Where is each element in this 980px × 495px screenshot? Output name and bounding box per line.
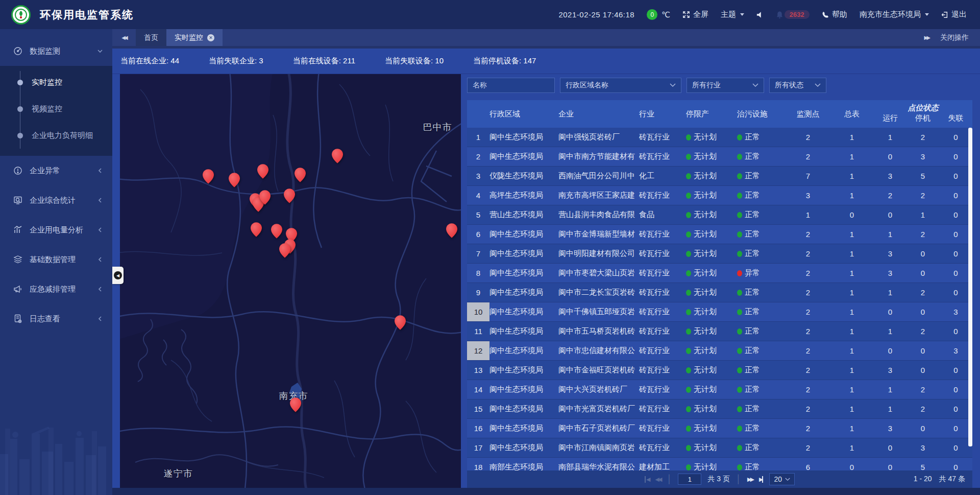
map-pin-16[interactable]	[395, 315, 406, 331]
table-row[interactable]: 1阆中生态环境局阆中强锐页岩砖厂砖瓦行业无计划正常21120	[467, 128, 972, 147]
table-row[interactable]: 3仪陇生态环境局西南油气田分公司川中化工无计划正常71350	[467, 167, 972, 186]
table-row[interactable]: 12阆中生态环境局阆中市忠信建材有限公砖瓦行业无计划正常21003	[467, 341, 972, 361]
tabs-scroll-right-button[interactable]: ▶▶	[924, 35, 929, 40]
table-row[interactable]: 18南部生态环境局南部县瑞华水泥有限公建材加工无计划正常60050	[467, 458, 972, 470]
cell-offline-count: 3	[939, 341, 972, 360]
fullscreen-button[interactable]: 全屏	[682, 10, 708, 19]
map-roads-layer	[120, 74, 461, 488]
cell-running-count: 0	[874, 302, 906, 321]
logout-button[interactable]: 退出	[941, 10, 967, 19]
map-pin-5[interactable]	[332, 149, 343, 164]
sidebar-item-5[interactable]: 基础数据管理	[0, 245, 112, 274]
table-row[interactable]: 5营山生态环境局营山县润丰肉食品有限食品无计划正常10010	[467, 205, 972, 225]
sidebar-item-1[interactable]: 数据监测	[0, 36, 112, 66]
cell-running-count: 0	[874, 458, 906, 470]
col-header-monitor-points[interactable]: 监测点	[786, 100, 830, 128]
status-dot-green	[737, 328, 742, 335]
col-header-running[interactable]: 运行	[874, 113, 906, 123]
table-row[interactable]: 14阆中生态环境局阆中大兴页岩机砖厂砖瓦行业无计划正常21120	[467, 380, 972, 399]
map-pin-4[interactable]	[295, 168, 306, 183]
table-scrollbar[interactable]	[968, 128, 972, 470]
map-pin-8[interactable]	[259, 190, 271, 205]
cell-stopped-count: 5	[906, 458, 939, 470]
table-row[interactable]: 11阆中生态环境局阆中市五马桥页岩机砖砖瓦行业无计划正常21120	[467, 322, 972, 341]
map-pin-10[interactable]	[251, 222, 262, 238]
table-row[interactable]: 16阆中生态环境局阆中市石子页岩机砖厂砖瓦行业无计划正常21300	[467, 419, 972, 438]
map-panel[interactable]: 巴中市南充市遂宁市	[120, 74, 461, 488]
table-row[interactable]: 8阆中生态环境局阆中市枣碧大梁山页岩砖瓦行业无计划异常21300	[467, 264, 972, 283]
table-row[interactable]: 4高坪生态环境局南充市高坪区王家店建砖瓦行业无计划正常31220	[467, 186, 972, 205]
sidebar-item-label: 企业用电量分析	[30, 225, 97, 235]
prev-page-button[interactable]: ◀◀	[655, 476, 661, 483]
sidebar-subitem[interactable]: 视频监控	[0, 96, 112, 122]
region-select[interactable]: 行政区域名称	[560, 78, 681, 93]
col-header-production-limit[interactable]: 停限产	[686, 100, 737, 128]
table-row[interactable]: 2阆中生态环境局阆中市南方节能建材有砖瓦行业无计划正常21030	[467, 147, 972, 167]
status-select[interactable]: 所有状态	[769, 78, 826, 93]
sidebar-item-7[interactable]: 日志查看	[0, 304, 112, 334]
table-row[interactable]: 10阆中生态环境局阆中千佛镇五郎垭页岩砖瓦行业无计划正常21003	[467, 302, 972, 322]
tab-home[interactable]: 首页	[136, 29, 166, 46]
log-icon	[13, 314, 22, 323]
help-button[interactable]: 帮助	[822, 10, 847, 19]
sidebar-subitem[interactable]: 实时监控	[0, 69, 112, 96]
map-pin-15[interactable]	[446, 223, 457, 239]
sound-toggle-button[interactable]	[756, 11, 764, 18]
stats-icon	[13, 196, 22, 205]
sidebar-item-3[interactable]: 企业综合统计	[0, 185, 112, 215]
industry-select[interactable]: 所有行业	[687, 78, 764, 93]
sidebar-collapse-button[interactable]: ◀	[112, 267, 124, 284]
cell-production-limit: 无计划	[686, 264, 737, 282]
col-header-offline[interactable]: 失联	[939, 113, 972, 123]
notifications-button[interactable]: 2632	[776, 10, 810, 19]
tabs-scroll-left-button[interactable]: ◀◀	[112, 29, 136, 46]
map-pin-14[interactable]	[279, 243, 290, 258]
sidebar-submenu: 实时监控视频监控企业电力负荷明细	[0, 66, 112, 156]
tab-realtime-monitor[interactable]: 实时监控 ✕	[166, 29, 223, 46]
cell-region: 阆中生态环境局	[489, 225, 558, 244]
table-row[interactable]: 9阆中生态环境局阆中市二龙长宝页岩砖砖瓦行业无计划正常21120	[467, 283, 972, 302]
map-pin-2[interactable]	[229, 173, 240, 188]
next-page-button[interactable]: ▶▶	[747, 476, 753, 483]
map-pin-9[interactable]	[284, 188, 295, 204]
map-pin-17[interactable]	[290, 397, 301, 413]
col-header-industry[interactable]: 行业	[639, 100, 686, 128]
table-row[interactable]: 17阆中生态环境局阆中市江南镇阆南页岩砖瓦行业无计划正常21030	[467, 438, 972, 458]
col-header-company[interactable]: 企业	[558, 100, 639, 128]
col-header-total-meter[interactable]: 总表	[830, 100, 874, 128]
theme-dropdown[interactable]: 主题	[721, 10, 744, 19]
sidebar-item-2[interactable]: 企业异常	[0, 156, 112, 185]
map-pin-1[interactable]	[203, 169, 214, 184]
first-page-button[interactable]: ◀	[645, 476, 649, 483]
name-search-input[interactable]: 名称	[467, 78, 555, 93]
table-row[interactable]: 15阆中生态环境局阆中市光富页岩机砖厂砖瓦行业无计划正常21120	[467, 399, 972, 419]
last-page-button[interactable]: ▶	[759, 476, 763, 483]
col-header-region[interactable]: 行政区域	[489, 100, 558, 128]
page-number-input[interactable]	[678, 474, 701, 485]
col-header-stopped[interactable]: 停机	[906, 113, 939, 123]
page-size-select[interactable]: 20	[769, 473, 795, 485]
user-dropdown[interactable]: 南充市生态环境局	[860, 10, 929, 19]
cell-company: 阆中强锐页岩砖厂	[558, 128, 639, 147]
tab-close-icon[interactable]: ✕	[207, 34, 214, 41]
cell-region: 阆中生态环境局	[489, 128, 558, 147]
table-row[interactable]: 13阆中生态环境局阆中市金福旺页岩机砖砖瓦行业无计划正常21300	[467, 361, 972, 380]
cell-stopped-count: 2	[906, 225, 939, 244]
scrollbar-thumb[interactable]	[968, 128, 972, 446]
map-pin-3[interactable]	[257, 164, 268, 179]
col-header-pollution-facility[interactable]: 治污设施	[737, 100, 786, 128]
pagination-divider: │	[667, 475, 672, 484]
table-row[interactable]: 6阆中生态环境局阆中市金博瑞新型墙材砖瓦行业无计划正常21120	[467, 225, 972, 244]
table-row[interactable]: 7阆中生态环境局阆中明阳建材有限公司砖瓦行业无计划正常21300	[467, 244, 972, 264]
cell-running-count: 2	[874, 186, 906, 205]
map-pin-11[interactable]	[271, 224, 282, 239]
row-index: 10	[467, 302, 489, 321]
cell-industry: 砖瓦行业	[639, 361, 686, 380]
status-dot-green	[737, 212, 742, 218]
sidebar-item-6[interactable]: 应急减排管理	[0, 274, 112, 304]
cell-stopped-count: 2	[906, 186, 939, 205]
cell-running-count: 1	[874, 128, 906, 147]
sidebar-subitem[interactable]: 企业电力负荷明细	[0, 122, 112, 149]
sidebar-item-4[interactable]: 企业用电量分析	[0, 215, 112, 245]
close-operations-button[interactable]: 关闭操作	[940, 33, 969, 42]
